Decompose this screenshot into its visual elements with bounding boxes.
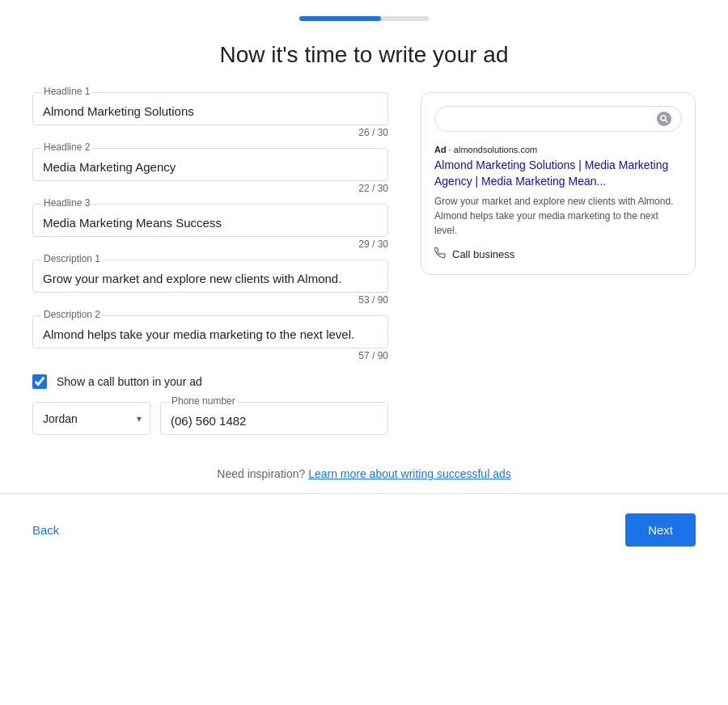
description1-char-count: 53 / 90 — [32, 294, 388, 306]
headline2-char-count: 22 / 30 — [32, 183, 388, 194]
main-content: Headline 1 26 / 30 Headline 2 22 / 30 He… — [0, 92, 728, 448]
ad-url: almondsolutions.com — [454, 145, 537, 154]
progress-filled — [299, 16, 381, 21]
call-business-row: Call business — [434, 247, 682, 261]
headline1-wrapper: Headline 1 — [32, 92, 388, 125]
description1-input[interactable] — [43, 267, 378, 287]
bottom-divider — [0, 493, 728, 494]
phone-input[interactable] — [171, 409, 378, 429]
preview-section: Ad · almondsolutions.com Almond Marketin… — [421, 92, 696, 448]
description2-group: Description 2 57 / 90 — [32, 315, 388, 361]
inspiration-text: Need inspiration? — [217, 467, 305, 480]
search-icon — [657, 112, 671, 126]
ad-badge: Ad · almondsolutions.com — [434, 145, 682, 154]
phone-row: Jordan United States United Kingdom Aust… — [32, 402, 388, 435]
inspiration-row: Need inspiration? Learn more about writi… — [0, 467, 728, 480]
footer-nav: Back Next — [0, 507, 728, 563]
svg-line-1 — [666, 120, 668, 123]
headline3-char-count: 29 / 30 — [32, 239, 388, 250]
headline2-input[interactable] — [43, 155, 378, 175]
search-mock-input — [445, 113, 657, 125]
call-business-label: Call business — [452, 248, 514, 260]
headline1-group: Headline 1 26 / 30 — [32, 92, 388, 138]
phone-field-wrapper: Phone number — [160, 402, 388, 435]
progress-unfilled — [384, 16, 429, 21]
page-title: Now it's time to write your ad — [0, 42, 728, 68]
headline1-input[interactable] — [43, 99, 378, 120]
headline2-label: Headline 2 — [41, 141, 92, 153]
form-section: Headline 1 26 / 30 Headline 2 22 / 30 He… — [32, 92, 388, 448]
description2-input[interactable] — [43, 323, 378, 343]
headline3-group: Headline 3 29 / 30 — [32, 204, 388, 250]
description2-label: Description 2 — [41, 309, 103, 320]
country-select-wrapper[interactable]: Jordan United States United Kingdom Aust… — [32, 402, 150, 435]
progress-bar — [299, 16, 429, 21]
headline2-group: Headline 2 22 / 30 — [32, 148, 388, 194]
description2-char-count: 57 / 90 — [32, 350, 388, 361]
call-button-label[interactable]: Show a call button in your ad — [57, 375, 202, 388]
headline2-wrapper: Headline 2 — [32, 148, 388, 181]
next-button[interactable]: Next — [625, 513, 696, 547]
progress-bar-container — [0, 0, 728, 29]
headline1-char-count: 26 / 30 — [32, 127, 388, 138]
ad-dot: Ad — [434, 145, 447, 154]
call-button-checkbox[interactable] — [32, 374, 47, 389]
headline3-input[interactable] — [43, 211, 378, 231]
country-select[interactable]: Jordan United States United Kingdom Aust… — [43, 412, 140, 425]
ad-preview-card: Ad · almondsolutions.com Almond Marketin… — [421, 92, 696, 275]
search-bar-mock — [434, 106, 682, 132]
description1-wrapper: Description 1 — [32, 260, 388, 293]
description1-label: Description 1 — [41, 253, 103, 264]
phone-icon — [434, 247, 446, 261]
headline3-wrapper: Headline 3 — [32, 204, 388, 237]
headline1-label: Headline 1 — [41, 86, 92, 97]
back-button[interactable]: Back — [32, 517, 59, 543]
headline3-label: Headline 3 — [41, 197, 92, 209]
description2-wrapper: Description 2 — [32, 315, 388, 348]
call-button-row: Show a call button in your ad — [32, 374, 388, 389]
inspiration-link[interactable]: Learn more about writing successful ads — [308, 467, 511, 480]
ad-description: Grow your market and explore new clients… — [434, 194, 682, 238]
description1-group: Description 1 53 / 90 — [32, 260, 388, 306]
phone-field-label: Phone number — [169, 395, 238, 407]
ad-headline[interactable]: Almond Marketing Solutions | Media Marke… — [434, 158, 682, 189]
